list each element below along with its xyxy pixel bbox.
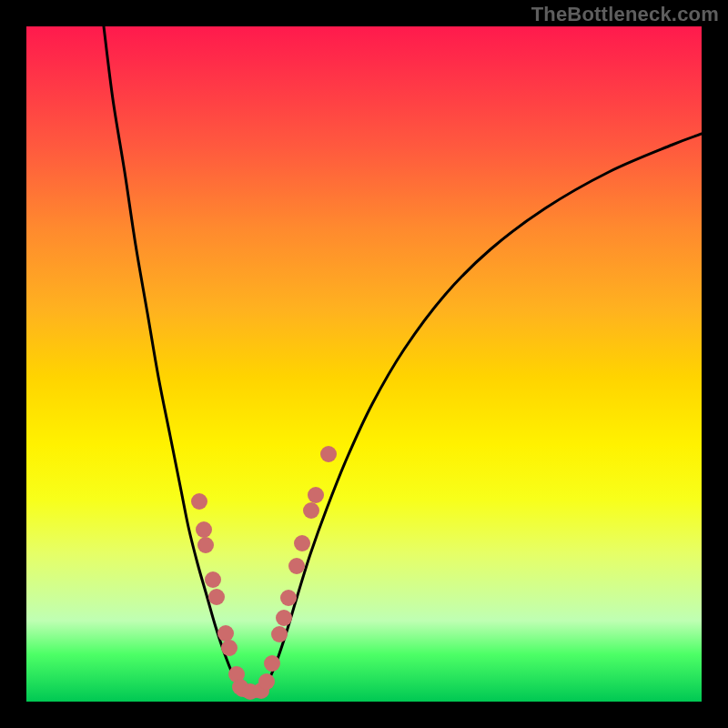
curve-lines (104, 26, 702, 693)
marker-dot (197, 537, 214, 553)
marker-dot (208, 589, 225, 605)
marker-dot (191, 493, 207, 510)
marker-dot (205, 571, 221, 588)
brand-watermark: TheBottleneck.com (531, 3, 719, 26)
marker-dot (320, 446, 337, 462)
marker-dot (217, 625, 234, 642)
marker-dot (294, 535, 310, 551)
chart-canvas: TheBottleneck.com (0, 0, 728, 728)
marker-dot (276, 610, 292, 626)
marker-dot (271, 626, 288, 642)
marker-dot (308, 487, 324, 503)
marker-dot (288, 558, 305, 574)
marker-dot (303, 502, 319, 519)
curve-right-curve (263, 134, 702, 692)
marker-dot (196, 521, 212, 538)
marker-dot (221, 640, 238, 656)
marker-dot (258, 673, 275, 690)
chart-svg (26, 26, 702, 702)
plot-area (26, 26, 702, 702)
scatter-markers (191, 446, 337, 700)
marker-dot (264, 655, 280, 672)
marker-dot (280, 590, 297, 606)
